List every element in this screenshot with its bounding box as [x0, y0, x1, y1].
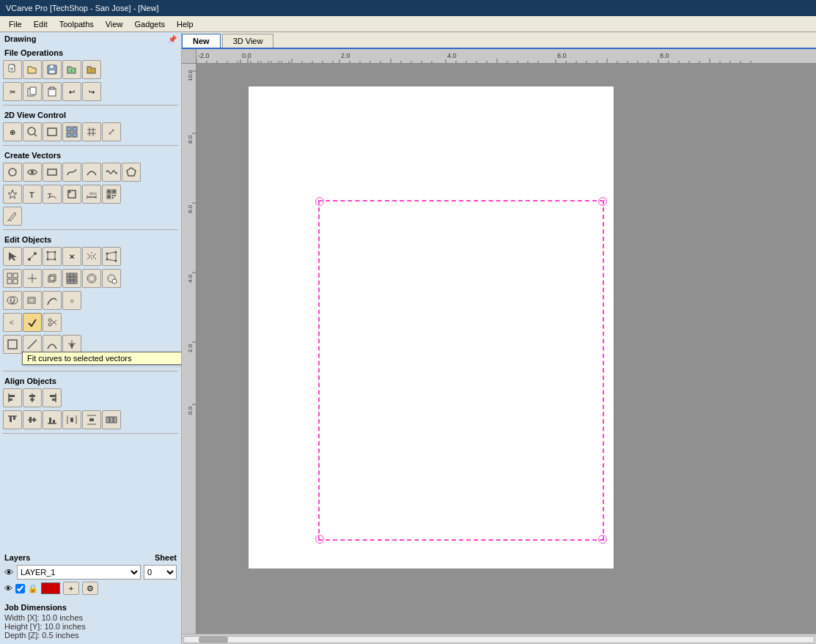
import-btn[interactable]: ↓ — [62, 60, 81, 79]
draw-arc-btn[interactable] — [82, 163, 101, 182]
paste-btn[interactable] — [43, 82, 62, 101]
offset-btn[interactable] — [23, 291, 42, 310]
horizontal-scrollbar[interactable] — [182, 634, 816, 644]
align-top-btn[interactable] — [3, 410, 22, 429]
section-2d-view: 2D View Control — [0, 108, 181, 121]
array-btn[interactable] — [3, 269, 22, 288]
redo-btn[interactable]: ↪ — [82, 82, 101, 101]
layer-color-box[interactable] — [41, 582, 60, 594]
draw-text-btn[interactable]: T — [23, 185, 42, 204]
layer-add-btn[interactable]: + — [63, 582, 79, 595]
menu-toolpaths[interactable]: Toolpaths — [54, 18, 100, 30]
draw-qrcode-btn[interactable] — [102, 185, 121, 204]
clone-btn[interactable] — [43, 269, 62, 288]
tab-3d-view[interactable]: 3D View — [222, 34, 274, 48]
draw-polygon-btn[interactable] — [122, 163, 141, 182]
draw-spline-btn[interactable] — [62, 163, 81, 182]
svg-text:↓: ↓ — [70, 67, 73, 73]
v-join-btn[interactable]: < — [3, 313, 22, 332]
dogbone-btn[interactable]: ○ — [62, 291, 81, 310]
layer-checkbox[interactable] — [15, 584, 25, 593]
draw-pencil-btn[interactable] — [3, 207, 22, 226]
align-center-h-btn[interactable] — [23, 388, 42, 407]
draw-eye-btn[interactable] — [23, 163, 42, 182]
fit-curves-btn[interactable] — [23, 313, 42, 332]
svg-rect-70 — [74, 273, 77, 276]
scissors-btn[interactable] — [43, 313, 62, 332]
svg-rect-66 — [48, 276, 54, 282]
align-middle-v-btn[interactable] — [23, 410, 42, 429]
transform-btn[interactable] — [43, 247, 62, 266]
vector-row2: T T dim — [0, 183, 181, 205]
cut-btn[interactable]: ✂ — [3, 82, 22, 101]
zoom-fit-btn[interactable] — [23, 122, 42, 141]
align-right-btn[interactable] — [43, 388, 62, 407]
menu-help[interactable]: Help — [171, 18, 199, 30]
smooth-btn[interactable] — [43, 291, 62, 310]
distribute-h-btn[interactable] — [62, 410, 81, 429]
layer-eye-icon[interactable]: 👁 — [4, 567, 14, 578]
svg-rect-91 — [8, 340, 17, 349]
canvas-wrapper — [182, 49, 816, 644]
corner-btn[interactable] — [3, 335, 22, 354]
draw-textpath-btn[interactable]: T — [43, 185, 62, 204]
canvas-row — [182, 64, 816, 634]
export-btn[interactable]: ↑ — [82, 60, 101, 79]
distort-btn[interactable] — [102, 247, 121, 266]
layer-settings-btn[interactable]: ⚙ — [82, 582, 98, 595]
layer-lock-icon[interactable]: 🔒 — [28, 584, 38, 593]
delete-btn[interactable]: ✕ — [62, 247, 81, 266]
svg-point-59 — [106, 259, 109, 261]
draw-dimension-btn[interactable]: dim — [82, 185, 101, 204]
select-btn[interactable] — [3, 247, 22, 266]
grid-btn[interactable] — [82, 122, 101, 141]
draw-circle-btn[interactable] — [3, 163, 22, 182]
size-btn[interactable] — [23, 269, 42, 288]
copy-btn[interactable] — [23, 82, 42, 101]
svg-rect-63 — [13, 279, 18, 284]
job-dims-title: Job Dimensions — [4, 603, 177, 612]
menu-file[interactable]: File — [3, 18, 28, 30]
new-file-btn[interactable] — [3, 60, 22, 79]
svg-point-58 — [115, 260, 117, 262]
roughing-btn[interactable] — [102, 269, 121, 288]
save-btn[interactable] — [43, 60, 62, 79]
tab-new[interactable]: New — [182, 34, 221, 48]
space-equal-btn[interactable] — [102, 410, 121, 429]
svg-rect-73 — [74, 277, 77, 280]
svg-point-87 — [48, 319, 51, 322]
draw-star-btn[interactable] — [3, 185, 22, 204]
job-dims-section: Job Dimensions Width [X]: 10.0 inches He… — [0, 600, 181, 644]
sheet-select[interactable]: 0 — [144, 565, 177, 580]
group-array-btn[interactable] — [62, 269, 81, 288]
mirror-btn[interactable] — [82, 247, 101, 266]
layer-vis-icon[interactable]: 👁 — [4, 584, 12, 593]
draw-node-btn[interactable] — [62, 185, 81, 204]
svg-line-92 — [28, 340, 37, 349]
open-btn[interactable] — [23, 60, 42, 79]
menu-gadgets[interactable]: Gadgets — [128, 18, 171, 30]
draw-rect-btn[interactable] — [43, 163, 62, 182]
align-left-btn[interactable] — [3, 388, 22, 407]
boolean-union-btn[interactable]: ∪ — [3, 291, 22, 310]
layer-row: 👁 LAYER_1 0 — [4, 565, 177, 580]
zoom-reset-btn[interactable]: ⊕ — [3, 122, 22, 141]
canvas-area[interactable] — [196, 64, 816, 634]
svg-text:dim: dim — [89, 191, 97, 196]
layer-select[interactable]: LAYER_1 — [17, 565, 141, 580]
title-text: VCarve Pro [TechShop - San Jose] - [New] — [6, 4, 158, 12]
align-bottom-btn[interactable] — [43, 410, 62, 429]
nest-btn[interactable] — [82, 269, 101, 288]
zoom-rect-btn[interactable] — [43, 122, 62, 141]
menu-view[interactable]: View — [100, 18, 129, 30]
select-all-btn[interactable] — [62, 122, 81, 141]
distribute-v-btn[interactable] — [82, 410, 101, 429]
node-edit-btn[interactable] — [23, 247, 42, 266]
undo-btn[interactable]: ↩ — [62, 82, 81, 101]
pin-icon[interactable]: 📌 — [168, 35, 177, 43]
pan-btn[interactable]: ⤢ — [102, 122, 121, 141]
menu-edit[interactable]: Edit — [28, 18, 54, 30]
draw-wave-btn[interactable] — [102, 163, 121, 182]
svg-rect-61 — [13, 273, 18, 278]
svg-line-13 — [34, 134, 37, 136]
